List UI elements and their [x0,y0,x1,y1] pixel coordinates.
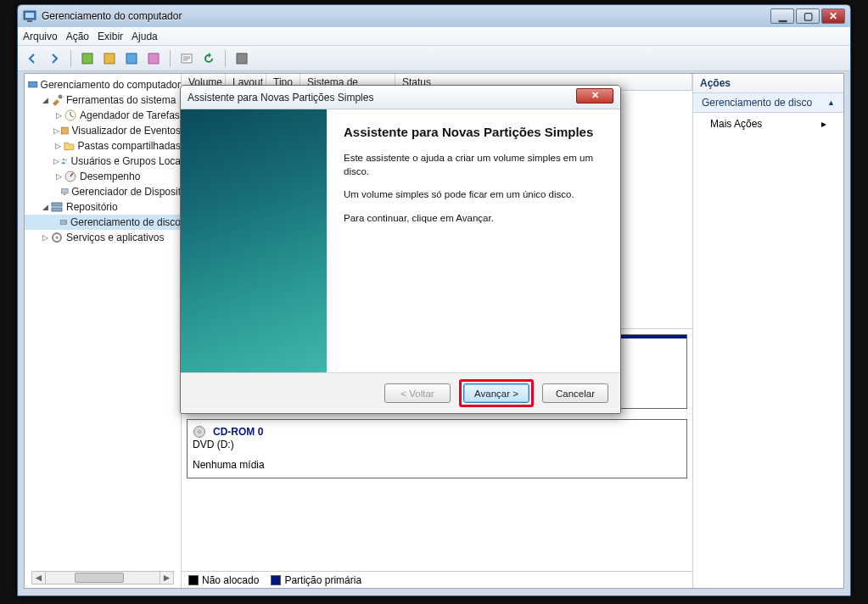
close-button[interactable]: ✕ [821,8,845,24]
chevron-right-icon: ▸ [821,118,826,130]
actions-header: Ações [693,74,843,93]
svg-rect-6 [148,53,159,64]
forward-icon[interactable] [45,49,64,68]
menu-arquivo[interactable]: Arquivo [23,31,58,42]
toolbar-icon-2[interactable] [100,49,119,68]
wizard-back-button: < Voltar [384,383,451,403]
legend: Não alocado Partição primária [182,571,692,588]
tools-icon [50,93,64,107]
menu-exibir[interactable]: Exibir [98,31,123,42]
svg-rect-18 [52,203,62,206]
svg-rect-9 [29,81,37,87]
svg-point-21 [65,221,66,222]
refresh-icon[interactable] [199,49,218,68]
actions-pane: Ações Gerenciamento de disco▲ Mais Ações… [692,74,843,588]
svg-point-14 [64,159,66,161]
wizard-content: Assistente para Novas Partições Simples … [327,109,620,372]
wizard-paragraph-3: Para continuar, clique em Avançar. [344,212,603,226]
svg-rect-16 [61,189,68,193]
tree-performance[interactable]: ▷Desempenho [25,169,181,184]
back-icon[interactable] [23,49,42,68]
storage-icon [50,200,64,214]
legend-primary: Partição primária [271,574,361,586]
actions-group-disk-mgmt[interactable]: Gerenciamento de disco▲ [693,93,843,113]
toolbar-icon-3[interactable] [122,49,141,68]
wizard-button-bar: < Voltar Avançar > Cancelar [181,372,620,413]
menu-acao[interactable]: Ação [66,31,89,42]
svg-rect-2 [27,20,32,22]
titlebar[interactable]: Gerenciamento do computador ▁ ▢ ✕ [18,5,850,27]
minimize-button[interactable]: ▁ [770,8,794,24]
device-icon [60,185,69,199]
svg-point-10 [59,95,63,99]
svg-point-23 [56,237,59,239]
tree-disk-management[interactable]: Gerenciamento de disco [25,215,181,230]
svg-point-27 [199,431,201,433]
maximize-button[interactable]: ▢ [796,8,820,24]
tree-local-users[interactable]: ▷Usuários e Grupos Loca [25,154,181,169]
cdrom-header: CD-ROM 0 DVD (D:) Nenhuma mídia [188,420,686,478]
users-icon [60,154,69,168]
performance-icon [64,170,77,183]
computer-icon [28,78,38,92]
svg-rect-12 [61,127,68,134]
tree-shared-folders[interactable]: ▷Pastas compartilhadas [25,138,181,154]
toolbar [18,46,850,71]
wizard-close-button[interactable]: ✕ [576,88,613,103]
clock-icon [64,109,77,122]
wizard-sidebar-graphic [181,109,327,372]
toolbar-icon-6[interactable] [232,49,251,68]
tree-horizontal-scrollbar[interactable]: ◄► [31,571,174,584]
tree-event-viewer[interactable]: ▷Visualizador de Eventos [25,123,181,138]
toolbar-icon-4[interactable] [144,49,163,68]
disk-icon [59,215,68,229]
svg-rect-3 [82,53,92,64]
highlight-box: Avançar > [459,379,534,407]
wizard-heading: Assistente para Novas Partições Simples [344,125,603,140]
wizard-paragraph-1: Este assistente o ajuda a criar um volum… [344,152,603,178]
menu-ajuda[interactable]: Ajuda [132,31,158,42]
tree-storage[interactable]: ◢Repositório [25,199,181,215]
services-icon [50,231,64,244]
menubar: Arquivo Ação Exibir Ajuda [18,27,850,46]
svg-rect-17 [64,194,66,195]
event-icon [60,124,70,137]
wizard-next-button[interactable]: Avançar > [463,383,529,403]
wizard-cancel-button[interactable]: Cancelar [542,383,608,403]
tree-device-manager[interactable]: Gerenciador de Disposit [25,184,181,199]
toolbar-icon-5[interactable] [177,49,196,68]
window-title: Gerenciamento do computador [42,10,770,22]
tree-root[interactable]: Gerenciamento do computador [25,77,181,92]
tree-system-tools[interactable]: ◢ Ferramentas do sistema [25,92,181,108]
new-simple-volume-wizard: Assistente para Novas Partições Simples … [180,85,621,414]
svg-rect-5 [126,53,137,64]
tree-pane: Gerenciamento do computador ◢ Ferramenta… [25,74,182,588]
folder-icon [63,139,76,153]
collapse-icon: ▲ [827,98,835,107]
wizard-titlebar[interactable]: Assistente para Novas Partições Simples … [181,86,620,109]
cdrom-icon [193,425,210,439]
svg-point-13 [62,159,64,161]
wizard-title-text: Assistente para Novas Partições Simples [188,92,576,103]
svg-rect-1 [25,13,34,18]
cdrom-block[interactable]: CD-ROM 0 DVD (D:) Nenhuma mídia [187,419,687,478]
svg-rect-19 [52,208,62,211]
legend-unallocated: Não alocado [188,574,259,586]
window-controls: ▁ ▢ ✕ [770,8,845,24]
svg-rect-4 [104,53,115,64]
wizard-paragraph-2: Um volume simples só pode ficar em um ún… [344,188,603,202]
svg-rect-8 [237,53,247,64]
toolbar-icon-1[interactable] [78,49,97,68]
computer-management-icon [23,9,36,23]
tree-services[interactable]: ▷Serviços e aplicativos [25,230,181,245]
actions-more[interactable]: Mais Ações▸ [693,113,843,135]
tree-task-scheduler[interactable]: ▷Agendador de Tarefas [25,108,181,123]
